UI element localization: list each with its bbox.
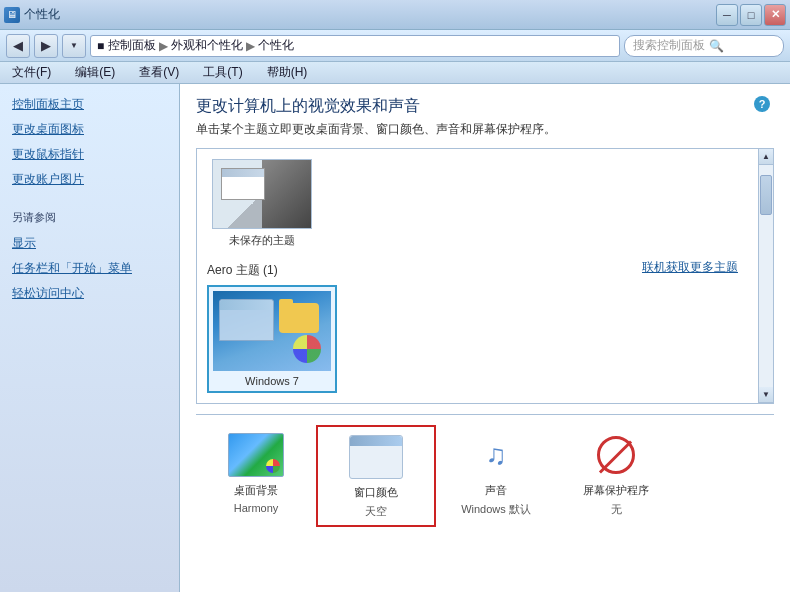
window-title: 个性化 xyxy=(24,6,60,23)
sep-1: ▶ xyxy=(159,39,168,53)
window-color-icon xyxy=(349,435,403,479)
scroll-thumb[interactable] xyxy=(760,175,772,215)
menu-bar: 文件(F) 编辑(E) 查看(V) 工具(T) 帮助(H) xyxy=(0,62,790,84)
themes-inner: 未保存的主题 联机获取更多主题 Aero 主题 (1) xyxy=(197,149,758,403)
search-placeholder: 搜索控制面板 xyxy=(633,37,705,54)
page-subtitle: 单击某个主题立即更改桌面背景、窗口颜色、声音和屏幕保护程序。 xyxy=(196,121,774,138)
content-area: ? 更改计算机上的视觉效果和声音 单击某个主题立即更改桌面背景、窗口颜色、声音和… xyxy=(180,84,790,592)
maximize-button[interactable]: □ xyxy=(740,4,762,26)
breadcrumb-part-3[interactable]: 个性化 xyxy=(258,37,294,54)
unsaved-theme-label: 未保存的主题 xyxy=(229,233,295,248)
help-button[interactable]: ? xyxy=(754,96,770,112)
sidebar-link-display[interactable]: 显示 xyxy=(12,233,167,254)
title-bar-left: 🖥 个性化 xyxy=(4,6,60,23)
main-layout: 控制面板主页 更改桌面图标 更改鼠标指针 更改账户图片 另请参阅 显示 任务栏和… xyxy=(0,84,790,592)
sound-icon: ♫ xyxy=(471,433,521,477)
page-title: 更改计算机上的视觉效果和声音 xyxy=(196,96,774,117)
close-button[interactable]: ✕ xyxy=(764,4,786,26)
breadcrumb[interactable]: ■ 控制面板 ▶ 外观和个性化 ▶ 个性化 xyxy=(90,35,620,57)
window-controls: ─ □ ✕ xyxy=(716,4,786,26)
title-bar: 🖥 个性化 ─ □ ✕ xyxy=(0,0,790,30)
search-icon: 🔍 xyxy=(709,39,724,53)
scrollbar[interactable]: ▲ ▼ xyxy=(758,148,774,404)
window-color-item[interactable]: 窗口颜色 天空 xyxy=(316,425,436,527)
breadcrumb-part-1[interactable]: 控制面板 xyxy=(108,37,156,54)
menu-help[interactable]: 帮助(H) xyxy=(263,62,312,83)
forward-button[interactable]: ▶ xyxy=(34,34,58,58)
dropdown-button[interactable]: ▼ xyxy=(62,34,86,58)
window-color-icon-container xyxy=(348,433,404,481)
win7-logo xyxy=(293,335,321,363)
dark-overlay xyxy=(262,160,311,228)
win7-folder-icon xyxy=(279,303,319,333)
desktop-bg-sublabel: Harmony xyxy=(234,502,279,514)
sidebar: 控制面板主页 更改桌面图标 更改鼠标指针 更改账户图片 另请参阅 显示 任务栏和… xyxy=(0,84,180,592)
menu-view[interactable]: 查看(V) xyxy=(135,62,183,83)
screensaver-icon xyxy=(591,433,641,477)
no-screensaver-circle xyxy=(597,436,635,474)
app-icon: 🖥 xyxy=(4,7,20,23)
screensaver-icon-container xyxy=(588,431,644,479)
get-more-themes-link[interactable]: 联机获取更多主题 xyxy=(642,259,738,276)
scroll-down-button[interactable]: ▼ xyxy=(759,387,773,403)
mini-window xyxy=(221,168,265,200)
win7-theme-item[interactable]: Windows 7 xyxy=(207,285,337,393)
bottom-icons: 桌面背景 Harmony 窗口颜色 天空 ♫ xyxy=(196,414,774,527)
sound-item[interactable]: ♫ 声音 Windows 默认 xyxy=(436,425,556,527)
address-bar: ◀ ▶ ▼ ■ 控制面板 ▶ 外观和个性化 ▶ 个性化 搜索控制面板 🔍 xyxy=(0,30,790,62)
sep-2: ▶ xyxy=(246,39,255,53)
win7-thumb-window-title xyxy=(220,300,273,310)
desktop-bg-label: 桌面背景 xyxy=(234,483,278,498)
window-color-sublabel: 天空 xyxy=(365,504,387,519)
unsaved-thumbnail xyxy=(212,159,312,229)
themes-scroll-area: 未保存的主题 联机获取更多主题 Aero 主题 (1) xyxy=(196,148,758,404)
desktop-bg-icon-container xyxy=(228,431,284,479)
desktop-bg-icon xyxy=(228,433,284,477)
scroll-up-button[interactable]: ▲ xyxy=(759,149,773,165)
sidebar-link-mouse[interactable]: 更改鼠标指针 xyxy=(12,144,167,165)
window-color-label: 窗口颜色 xyxy=(354,485,398,500)
themes-scroll-wrapper: 未保存的主题 联机获取更多主题 Aero 主题 (1) xyxy=(196,148,774,404)
breadcrumb-part-2[interactable]: 外观和个性化 xyxy=(171,37,243,54)
win7-thumbnail xyxy=(213,291,331,371)
sound-sublabel: Windows 默认 xyxy=(461,502,531,517)
desktop-bg-item[interactable]: 桌面背景 Harmony xyxy=(196,425,316,527)
sound-label: 声音 xyxy=(485,483,507,498)
sidebar-link-account-pic[interactable]: 更改账户图片 xyxy=(12,169,167,190)
also-section-title: 另请参阅 xyxy=(12,210,167,225)
unsaved-theme-item[interactable]: 未保存的主题 xyxy=(207,159,317,248)
win7-thumb-window xyxy=(219,299,274,341)
screensaver-sublabel: 无 xyxy=(611,502,622,517)
screensaver-label: 屏幕保护程序 xyxy=(583,483,649,498)
breadcrumb-icon: ■ xyxy=(97,39,104,53)
no-screensaver-slash xyxy=(599,440,632,473)
back-button[interactable]: ◀ xyxy=(6,34,30,58)
menu-file[interactable]: 文件(F) xyxy=(8,62,55,83)
sidebar-link-accessibility[interactable]: 轻松访问中心 xyxy=(12,283,167,304)
sidebar-link-taskbar[interactable]: 任务栏和「开始」菜单 xyxy=(12,258,167,279)
aero-section: Aero 主题 (1) Windows 7 xyxy=(207,262,748,393)
sidebar-link-home[interactable]: 控制面板主页 xyxy=(12,94,167,115)
search-box[interactable]: 搜索控制面板 🔍 xyxy=(624,35,784,57)
screensaver-item[interactable]: 屏幕保护程序 无 xyxy=(556,425,676,527)
mini-window-titlebar xyxy=(222,169,264,177)
minimize-button[interactable]: ─ xyxy=(716,4,738,26)
scroll-track[interactable] xyxy=(759,165,773,387)
windows-orb-small xyxy=(266,459,280,473)
sidebar-link-desktop-icons[interactable]: 更改桌面图标 xyxy=(12,119,167,140)
music-notes-icon: ♫ xyxy=(486,439,507,471)
sound-icon-container: ♫ xyxy=(468,431,524,479)
wc-titlebar xyxy=(350,436,402,446)
menu-edit[interactable]: 编辑(E) xyxy=(71,62,119,83)
menu-tools[interactable]: 工具(T) xyxy=(199,62,246,83)
win7-theme-label: Windows 7 xyxy=(245,375,299,387)
